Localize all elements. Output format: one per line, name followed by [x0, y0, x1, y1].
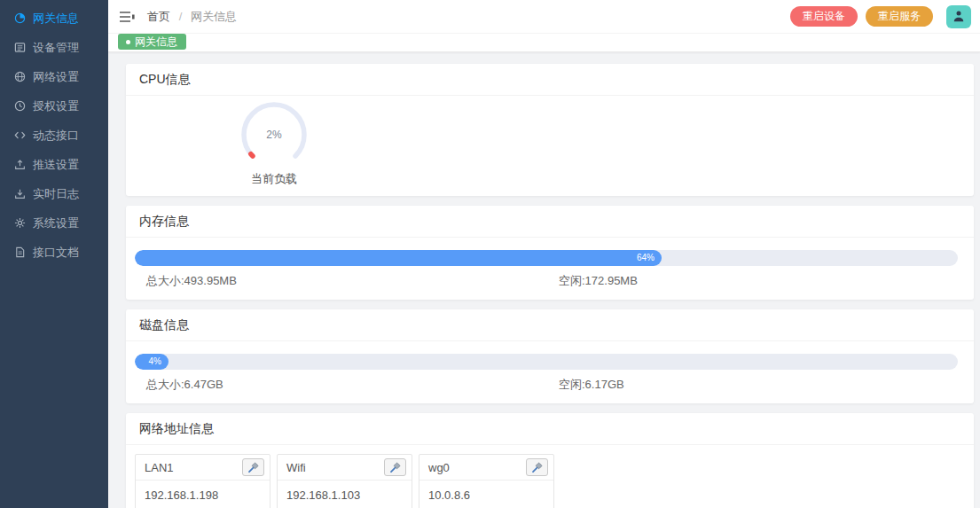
- sidebar-item-label: 动态接口: [33, 128, 79, 144]
- person-icon: [953, 11, 964, 22]
- main-area: 首页 / 网关信息 重启设备重启服务 网关信息 CPU信息: [108, 0, 980, 508]
- disk-total-label: 总大小:6.47GB: [146, 377, 559, 393]
- api-docs-icon: [13, 246, 26, 259]
- restart-service-button[interactable]: 重启服务: [866, 6, 933, 27]
- tab-active-dot: [126, 40, 130, 44]
- network-plug-icon: [531, 462, 543, 473]
- content: CPU信息 2% 当前负载 内存信息 64% 总大小:493.95MB 空闲:1…: [108, 52, 980, 508]
- sidebar-item-api-docs[interactable]: 接口文档: [0, 238, 108, 267]
- interface-ip: 10.0.8.6: [419, 481, 553, 508]
- interface-ip: 192.168.1.198: [136, 481, 270, 508]
- sidebar-item-label: 设备管理: [33, 40, 79, 56]
- sidebar-item-push-settings[interactable]: 推送设置: [0, 150, 108, 179]
- sidebar-item-label: 网络设置: [33, 69, 79, 85]
- network-address-card: 网络地址信息 LAN1 192.168.1.198 Wifi: [126, 413, 974, 508]
- disk-free-label: 空闲:6.17GB: [559, 377, 624, 393]
- sidebar-item-label: 推送设置: [33, 157, 79, 173]
- topbar: 首页 / 网关信息 重启设备重启服务: [108, 0, 980, 34]
- interface-card-wifi: Wifi 192.168.1.103: [277, 454, 412, 508]
- topbar-actions: 重启设备重启服务: [790, 5, 971, 28]
- disk-progress-fill: 4%: [135, 354, 169, 370]
- sidebar-item-dynamic-api[interactable]: 动态接口: [0, 121, 108, 150]
- topbar-buttons: 重启设备重启服务: [790, 6, 933, 27]
- memory-card-title: 内存信息: [126, 206, 974, 238]
- breadcrumb-home[interactable]: 首页: [147, 10, 170, 23]
- sidebar-item-system-settings[interactable]: 系统设置: [0, 208, 108, 238]
- sidebar-item-label: 授权设置: [33, 98, 79, 114]
- sidebar-item-network-settings[interactable]: 网络设置: [0, 62, 108, 91]
- system-settings-icon: [13, 217, 26, 230]
- sidebar-item-realtime-log[interactable]: 实时日志: [0, 179, 108, 208]
- collapse-menu-icon[interactable]: [120, 11, 135, 23]
- interface-link-button[interactable]: [526, 458, 548, 476]
- disk-progress-track: 4%: [135, 354, 958, 370]
- authorization-icon: [13, 100, 26, 113]
- memory-progress-fill: 64%: [135, 250, 662, 266]
- network-interfaces: LAN1 192.168.1.198 Wifi: [126, 445, 974, 508]
- sidebar-item-label: 系统设置: [33, 215, 79, 231]
- cpu-gauge-chart: 2%: [239, 99, 310, 170]
- cpu-card-title: CPU信息: [126, 64, 974, 96]
- interface-ip: 192.168.1.103: [278, 481, 412, 508]
- interface-name: wg0: [428, 461, 450, 474]
- sidebar-item-gateway-info[interactable]: 网关信息: [0, 4, 108, 33]
- cpu-gauge: 2% 当前负载: [199, 96, 349, 196]
- network-plug-icon: [389, 462, 401, 473]
- tab-gateway-info[interactable]: 网关信息: [118, 34, 186, 50]
- interface-name: Wifi: [286, 461, 306, 474]
- sidebar-item-device-manage[interactable]: 设备管理: [0, 33, 108, 62]
- memory-labels: 总大小:493.95MB 空闲:172.95MB: [146, 273, 958, 289]
- disk-card-title: 磁盘信息: [126, 309, 974, 341]
- network-card-title: 网络地址信息: [126, 413, 974, 445]
- sidebar-item-label: 网关信息: [33, 11, 79, 27]
- sidebar-menu: 网关信息 设备管理 网络设置 授权设置 动态接口 推送设置 实时日志 系统设置 …: [0, 0, 108, 267]
- interface-name: LAN1: [145, 461, 174, 474]
- breadcrumb-separator: /: [179, 10, 183, 23]
- device-manage-icon: [13, 42, 26, 54]
- memory-info-card: 内存信息 64% 总大小:493.95MB 空闲:172.95MB: [126, 206, 974, 300]
- dynamic-api-icon: [13, 129, 26, 142]
- memory-progress-body: 64% 总大小:493.95MB 空闲:172.95MB: [126, 238, 974, 300]
- cpu-load-value: 2%: [266, 129, 282, 141]
- memory-total-label: 总大小:493.95MB: [146, 273, 559, 289]
- network-settings-icon: [13, 71, 26, 83]
- disk-labels: 总大小:6.47GB 空闲:6.17GB: [146, 377, 958, 393]
- interface-link-button[interactable]: [384, 458, 406, 476]
- sidebar-item-label: 实时日志: [33, 186, 79, 202]
- restart-device-button[interactable]: 重启设备: [790, 6, 858, 27]
- sidebar-item-label: 接口文档: [33, 245, 79, 261]
- cpu-info-card: CPU信息 2% 当前负载: [126, 64, 974, 196]
- sidebar: 网关信息 设备管理 网络设置 授权设置 动态接口 推送设置 实时日志 系统设置 …: [0, 0, 108, 508]
- disk-progress-body: 4% 总大小:6.47GB 空闲:6.17GB: [126, 341, 974, 403]
- breadcrumb: 首页 / 网关信息: [147, 9, 237, 25]
- user-avatar-button[interactable]: [946, 5, 971, 28]
- breadcrumb-current: 网关信息: [191, 10, 237, 23]
- memory-progress-track: 64%: [135, 250, 958, 266]
- cpu-gauge-label: 当前负载: [199, 171, 349, 187]
- memory-free-label: 空闲:172.95MB: [559, 273, 638, 289]
- push-settings-icon: [13, 159, 26, 171]
- interface-link-button[interactable]: [242, 458, 264, 476]
- disk-info-card: 磁盘信息 4% 总大小:6.47GB 空闲:6.17GB: [126, 309, 974, 403]
- gateway-info-icon: [13, 12, 26, 25]
- interface-card-wg0: wg0 10.0.8.6: [419, 454, 554, 508]
- tab-label: 网关信息: [135, 35, 177, 50]
- interface-card-lan1: LAN1 192.168.1.198: [135, 454, 270, 508]
- tabbar: 网关信息: [108, 34, 980, 52]
- network-plug-icon: [247, 462, 259, 473]
- sidebar-item-authorization[interactable]: 授权设置: [0, 91, 108, 121]
- realtime-log-icon: [13, 188, 26, 200]
